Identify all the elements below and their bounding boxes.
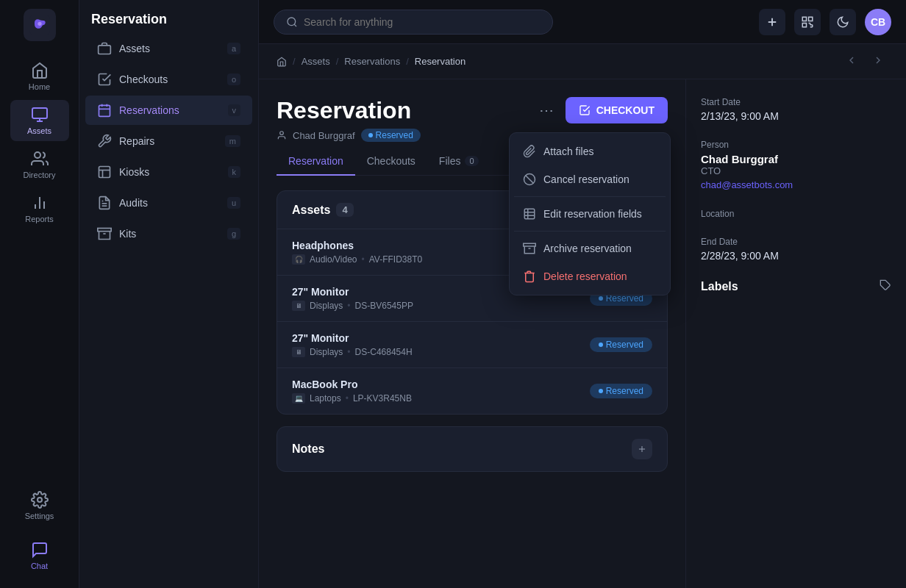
- nav-label-reports: Reports: [25, 215, 54, 223]
- labels-title: Labels: [701, 280, 738, 293]
- asset-row[interactable]: MacBook Pro 💻 Laptops • LP-KV3R45NB Rese…: [277, 368, 667, 414]
- secondary-sidebar: Reservation Assets a Checkouts o Reserva…: [79, 0, 259, 588]
- search-bar[interactable]: [274, 10, 553, 35]
- add-note-icon: [637, 444, 647, 454]
- nav-label-assets: Assets: [27, 126, 51, 135]
- asset-category-headphones: Audio/Video: [310, 254, 357, 265]
- menu-divider-1: [514, 196, 666, 197]
- sidebar-item-home[interactable]: Home: [10, 56, 69, 97]
- app-logo[interactable]: [24, 9, 56, 41]
- svg-point-9: [38, 498, 42, 502]
- asset-id-monitor1: DS-BV6545PP: [355, 301, 413, 311]
- home-icon[interactable]: [277, 57, 287, 67]
- menu-delete[interactable]: Delete reservation: [514, 262, 666, 290]
- add-label-button[interactable]: [880, 279, 891, 293]
- asset-status-text-monitor2: Reserved: [606, 340, 643, 350]
- scan-button[interactable]: [794, 9, 821, 35]
- add-note-button[interactable]: [632, 439, 652, 459]
- person-label: Person: [701, 140, 891, 150]
- menu-edit-label: Edit reservation fields: [543, 208, 642, 220]
- left-nav: Home Assets Directory Reports: [0, 0, 79, 588]
- svg-point-1: [38, 22, 41, 26]
- sidebar-nav-reservations[interactable]: Reservations v: [85, 96, 252, 125]
- menu-archive[interactable]: Archive reservation: [514, 234, 666, 262]
- menu-attach-files[interactable]: Attach files: [514, 137, 666, 165]
- sidebar-item-chat[interactable]: Chat: [10, 535, 69, 576]
- svg-rect-27: [809, 17, 813, 21]
- notes-card: Notes: [277, 426, 668, 472]
- page-subtitle: Chad Burggraf Reserved: [277, 129, 421, 142]
- search-input[interactable]: [304, 16, 541, 28]
- sidebar-nav-kiosks[interactable]: Kiosks k: [85, 157, 252, 187]
- theme-toggle[interactable]: [830, 9, 856, 35]
- asset-type-icon: 🖥: [292, 347, 305, 357]
- asset-type-icon: 💻: [292, 393, 305, 404]
- tab-reservation-label: Reservation: [288, 155, 343, 167]
- asset-meta-monitor2: 🖥 Displays • DS-C468454H: [292, 347, 590, 357]
- bc-current: Reservation: [415, 56, 466, 67]
- archive-icon: [523, 242, 536, 255]
- sidebar-item-settings[interactable]: Settings: [10, 485, 69, 526]
- sidebar-nav-audits[interactable]: Audits u: [85, 188, 252, 218]
- svg-rect-40: [524, 209, 535, 219]
- status-dot-monitor1: [599, 296, 603, 301]
- menu-edit-fields[interactable]: Edit reservation fields: [514, 200, 666, 228]
- svg-rect-26: [802, 17, 806, 21]
- svg-line-39: [526, 176, 534, 184]
- asset-status-monitor2: Reserved: [590, 337, 652, 352]
- assets-count: 4: [336, 203, 353, 217]
- bc-reservations[interactable]: Reservations: [344, 56, 400, 67]
- sidebar-nav-checkouts[interactable]: Checkouts o: [85, 65, 252, 94]
- checkout-icon: [579, 104, 591, 116]
- checkout-label: CHECKOUT: [596, 104, 654, 116]
- menu-archive-label: Archive reservation: [543, 243, 632, 254]
- asset-info-macbook: MacBook Pro 💻 Laptops • LP-KV3R45NB: [292, 379, 590, 404]
- asset-id-macbook: LP-KV3R45NB: [353, 393, 412, 404]
- person-email[interactable]: chad@assetbots.com: [701, 179, 793, 190]
- bc-back-button[interactable]: [841, 53, 862, 70]
- sidebar-item-directory[interactable]: Directory: [10, 144, 69, 185]
- svg-rect-15: [99, 167, 110, 178]
- bc-assets[interactable]: Assets: [302, 56, 330, 67]
- sidebar-nav-repairs[interactable]: Repairs m: [85, 126, 252, 156]
- asset-row[interactable]: 27" Monitor 🖥 Displays • DS-C468454H Res…: [277, 321, 667, 368]
- end-date-label: End Date: [701, 237, 891, 247]
- end-date-value: 2/28/23, 9:00 AM: [701, 250, 891, 262]
- asset-status-text-macbook: Reserved: [606, 386, 643, 396]
- notes-title: Notes: [292, 442, 324, 456]
- menu-divider-2: [514, 231, 666, 232]
- menu-cancel-reservation[interactable]: Cancel reservation: [514, 165, 666, 193]
- asset-id-headphones: AV-FFID38T0: [369, 254, 422, 265]
- sidebar-item-assets[interactable]: Assets: [10, 100, 69, 141]
- end-date-section: End Date 2/28/23, 9:00 AM: [701, 237, 891, 262]
- sidebar-header: Reservation: [79, 0, 258, 33]
- sidebar-badge-kiosks: k: [228, 166, 241, 178]
- more-options-button[interactable]: ⋯: [533, 98, 560, 122]
- tab-reservation[interactable]: Reservation: [277, 148, 355, 176]
- sidebar-nav-kits[interactable]: Kits g: [85, 219, 252, 248]
- breadcrumb-navigation: [841, 53, 888, 70]
- sidebar-badge-checkouts: o: [227, 74, 240, 85]
- asset-name-monitor2: 27" Monitor: [292, 332, 590, 344]
- svg-rect-2: [32, 108, 47, 118]
- user-avatar[interactable]: CB: [865, 9, 891, 35]
- start-date-section: Start Date 2/13/23, 9:00 AM: [701, 97, 891, 122]
- sidebar-nav-assets[interactable]: Assets a: [85, 34, 252, 63]
- tab-files[interactable]: Files 0: [427, 148, 491, 176]
- asset-type-icon: 🖥: [292, 301, 305, 311]
- bc-sep-2: /: [336, 56, 339, 67]
- checkout-button[interactable]: CHECKOUT: [566, 97, 668, 123]
- labels-section: Labels: [701, 279, 891, 293]
- bc-forward-button[interactable]: [868, 53, 888, 70]
- add-button[interactable]: [759, 9, 785, 35]
- right-panel: Start Date 2/13/23, 9:00 AM Person Chad …: [685, 79, 906, 588]
- tab-checkouts[interactable]: Checkouts: [355, 148, 427, 176]
- status-text: Reserved: [376, 130, 413, 140]
- sidebar-item-reports[interactable]: Reports: [10, 188, 69, 229]
- tag-icon: [880, 279, 891, 291]
- sidebar-badge-reservations: v: [228, 104, 241, 116]
- trash-icon: [523, 270, 536, 283]
- sidebar-badge-kits: g: [227, 228, 240, 240]
- page-title: Reservation: [277, 97, 421, 124]
- status-dot-macbook: [599, 389, 603, 393]
